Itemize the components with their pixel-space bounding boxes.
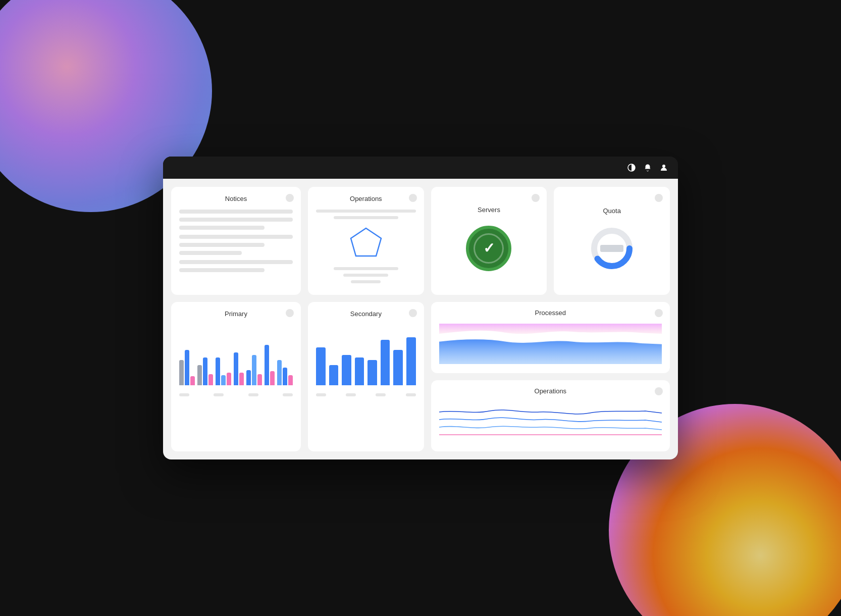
servers-card: Servers ✓ <box>431 187 547 295</box>
notice-line-5 <box>179 243 265 247</box>
bell-icon[interactable] <box>643 163 653 173</box>
quota-center-bar <box>600 245 623 252</box>
secondary-bar-7 <box>393 350 403 385</box>
ops-line-5 <box>351 280 381 283</box>
secondary-bar-8 <box>406 337 416 385</box>
notices-menu[interactable] <box>286 194 294 202</box>
secondary-menu[interactable] <box>409 309 417 317</box>
notices-title: Notices <box>179 195 293 202</box>
ops-line-3 <box>334 267 398 270</box>
operations-top-title: Operations <box>350 195 382 202</box>
secondary-bar-5 <box>367 360 377 385</box>
notice-line-4 <box>179 235 293 239</box>
processed-card: Processed <box>431 302 670 373</box>
quota-menu[interactable] <box>655 194 663 202</box>
quota-donut <box>589 226 635 271</box>
operations-bottom-menu[interactable] <box>655 387 663 395</box>
secondary-chart <box>316 325 416 390</box>
servers-title: Servers <box>478 206 500 214</box>
contrast-icon[interactable] <box>626 163 637 173</box>
secondary-x-label-1 <box>316 393 326 396</box>
user-icon[interactable] <box>659 163 669 173</box>
secondary-x-labels <box>316 390 416 396</box>
secondary-x-label-3 <box>376 393 386 396</box>
processed-area-chart <box>439 324 662 364</box>
servers-check-icon: ✓ <box>483 240 495 256</box>
dashboard: Notices Operations <box>163 179 678 459</box>
secondary-bar-4 <box>355 357 364 385</box>
operations-top-menu[interactable] <box>409 194 417 202</box>
primary-x-labels <box>179 390 293 396</box>
right-bottom-area: Processed <box>431 302 670 451</box>
processed-title: Processed <box>439 309 662 317</box>
main-window: Notices Operations <box>163 157 678 459</box>
primary-x-label-2 <box>214 393 224 396</box>
svg-point-1 <box>662 165 665 168</box>
secondary-bar-2 <box>329 365 339 385</box>
svg-marker-2 <box>351 228 381 256</box>
ops-line-2 <box>334 216 398 219</box>
servers-status-inner: ✓ <box>474 233 504 264</box>
operations-bottom-title: Operations <box>439 387 662 395</box>
notice-line-1 <box>179 210 293 214</box>
ops-line-4 <box>343 274 388 277</box>
operations-top-card: Operations <box>308 187 424 295</box>
ops-line-1 <box>316 210 416 213</box>
quota-title: Quota <box>603 207 620 215</box>
notice-line-7 <box>179 260 293 264</box>
secondary-title: Secondary <box>316 310 416 318</box>
notice-line-2 <box>179 218 293 222</box>
primary-x-label-4 <box>283 393 293 396</box>
primary-x-label-3 <box>248 393 258 396</box>
secondary-bar-1 <box>316 347 326 385</box>
notice-line-6 <box>179 251 242 255</box>
notice-line-3 <box>179 226 265 230</box>
operations-line-chart <box>439 402 662 442</box>
primary-chart <box>179 325 293 390</box>
processed-menu[interactable] <box>655 309 663 317</box>
servers-menu[interactable] <box>532 194 540 202</box>
secondary-x-label-2 <box>346 393 356 396</box>
notices-card: Notices <box>171 187 301 295</box>
primary-card: Primary <box>171 302 301 451</box>
operations-bottom-card: Operations <box>431 380 670 451</box>
primary-title: Primary <box>179 310 293 318</box>
operations-pentagon <box>348 226 384 261</box>
quota-card: Quota <box>554 187 670 295</box>
secondary-bar-6 <box>381 340 390 385</box>
servers-status-ring: ✓ <box>466 226 511 271</box>
secondary-x-label-4 <box>406 393 416 396</box>
notice-line-8 <box>179 268 265 272</box>
secondary-bar-3 <box>342 355 351 385</box>
secondary-card: Secondary <box>308 302 424 451</box>
titlebar <box>163 157 678 179</box>
primary-x-label-1 <box>179 393 189 396</box>
primary-menu[interactable] <box>286 309 294 317</box>
